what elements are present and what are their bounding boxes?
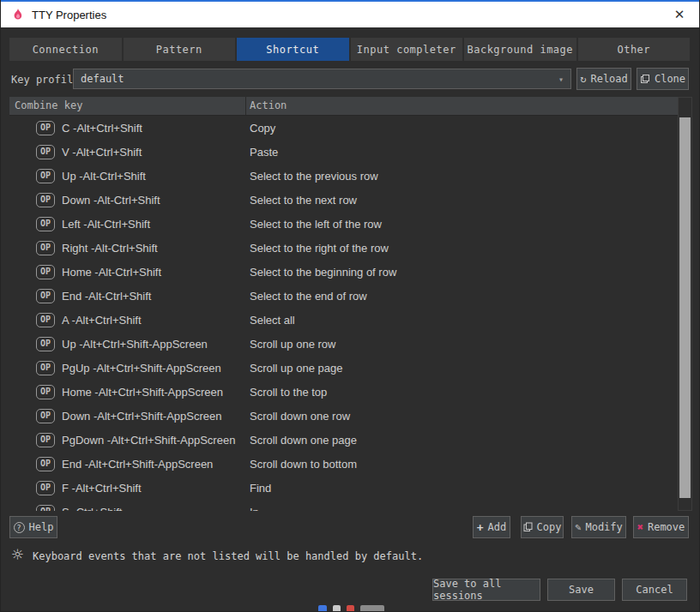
table-row[interactable]: OPEnd -Alt+Ctrl+Shift-AppScreen Scroll d… <box>9 452 678 476</box>
plus-icon: + <box>477 521 484 534</box>
action-text: Select all <box>245 314 678 327</box>
op-badge: OP <box>36 361 55 375</box>
modify-label: Modify <box>585 521 622 533</box>
combine-key-text: End -Alt+Ctrl+Shift-AppScreen <box>62 458 213 471</box>
op-badge: OP <box>36 241 55 255</box>
table-body: OPC -Alt+Ctrl+Shift Copy OPV -Alt+Ctrl+S… <box>9 116 678 511</box>
reload-icon: ↻ <box>580 74 586 84</box>
vertical-scrollbar[interactable] <box>678 97 692 511</box>
combine-key-text: PgDown -Alt+Ctrl+Shift-AppScreen <box>62 434 235 447</box>
op-badge: OP <box>36 505 55 512</box>
action-text: Select to the next row <box>245 194 678 207</box>
remove-button[interactable]: ✖ Remove <box>633 516 689 538</box>
save-button[interactable]: Save <box>547 579 615 601</box>
combine-key-text: Left -Alt-Ctrl+Shift <box>62 218 150 231</box>
combine-key-text: Home -Alt+Ctrl+Shift-AppScreen <box>62 386 223 399</box>
table-row[interactable]: OPHome -Alt-Ctrl+Shift Select to the beg… <box>9 260 678 284</box>
help-button[interactable]: ? Help <box>9 516 57 538</box>
combine-key-cell: OPRight -Alt-Ctrl+Shift <box>9 241 245 255</box>
action-text: Scroll down to bottom <box>245 458 678 471</box>
table-row[interactable]: OPF -Alt+Ctrl+Shift Find <box>9 476 678 500</box>
flame-icon <box>11 8 25 21</box>
op-badge: OP <box>36 481 55 495</box>
tab-other[interactable]: Other <box>578 38 691 61</box>
combine-key-text: Up -Alt-Ctrl+Shift <box>62 170 146 183</box>
table-row[interactable]: OPA -Alt+Ctrl+Shift Select all <box>9 308 678 332</box>
add-label: Add <box>488 521 507 533</box>
combine-key-cell: OPDown -Alt-Ctrl+Shift <box>9 193 245 207</box>
clone-button[interactable]: Clone <box>637 68 689 90</box>
help-icon: ? <box>14 522 25 533</box>
help-label: Help <box>29 521 54 533</box>
op-badge: OP <box>36 265 55 279</box>
bulb-icon: ☼ <box>11 546 24 563</box>
tab-input-completer[interactable]: Input completer <box>351 38 463 61</box>
save-label: Save <box>569 584 594 596</box>
modify-button[interactable]: ✎ Modify <box>571 516 626 538</box>
combine-key-text: End -Alt-Ctrl+Shift <box>62 290 151 303</box>
clipped-blue-icon <box>318 605 327 611</box>
combine-key-cell: OPPgDown -Alt+Ctrl+Shift-AppScreen <box>9 433 245 447</box>
window-title: TTY Properties <box>32 9 106 21</box>
action-text: Select to the end of row <box>245 290 678 303</box>
action-text: Select to the beginning of row <box>245 266 678 279</box>
table-row[interactable]: OPDown -Alt+Ctrl+Shift-AppScreen Scroll … <box>9 404 678 428</box>
tab-shortcut[interactable]: Shortcut <box>237 38 349 61</box>
op-badge: OP <box>36 169 55 183</box>
tab-pattern[interactable]: Pattern <box>124 38 236 61</box>
combine-key-cell: OPHome -Alt+Ctrl+Shift-AppScreen <box>9 385 245 399</box>
op-badge: OP <box>36 289 55 303</box>
combine-key-text: PgUp -Alt+Ctrl+Shift-AppScreen <box>62 362 221 375</box>
table-row[interactable]: OPEnd -Alt-Ctrl+Shift Select to the end … <box>9 284 678 308</box>
table-row[interactable]: OPRight -Alt-Ctrl+Shift Select to the ri… <box>9 236 678 260</box>
clone-icon <box>640 74 650 84</box>
table-row[interactable]: OPUp -Alt-Ctrl+Shift Select to the previ… <box>9 164 678 188</box>
combine-key-cell: OPF -Alt+Ctrl+Shift <box>9 481 245 495</box>
action-text: Scroll down one row <box>245 410 678 423</box>
table-row[interactable]: OPUp -Alt+Ctrl+Shift-AppScreen Scroll up… <box>9 332 678 356</box>
copy-button[interactable]: Copy <box>521 516 564 538</box>
table-row[interactable]: OPLeft -Alt-Ctrl+Shift Select to the lef… <box>9 212 678 236</box>
table-row[interactable]: OPPgDown -Alt+Ctrl+Shift-AppScreen Scrol… <box>9 428 678 452</box>
table-row[interactable]: OPC -Alt+Ctrl+Shift Copy <box>9 116 678 140</box>
table-row[interactable]: OPDown -Alt-Ctrl+Shift Select to the nex… <box>9 188 678 212</box>
close-button[interactable]: ✕ <box>670 5 689 24</box>
action-text: Copy <box>245 122 678 135</box>
op-badge: OP <box>36 313 55 327</box>
action-text: Select to the right of the row <box>245 242 678 255</box>
copy-label: Copy <box>537 521 562 533</box>
combine-key-cell: OPA -Alt+Ctrl+Shift <box>9 313 245 327</box>
table-row[interactable]: OPHome -Alt+Ctrl+Shift-AppScreen Scroll … <box>9 380 678 404</box>
action-text: Scroll up one row <box>245 338 678 351</box>
combine-key-text: Down -Alt-Ctrl+Shift <box>62 194 160 207</box>
op-badge: OP <box>36 217 55 231</box>
save-to-all-sessions-button[interactable]: Save to all sessions <box>432 579 540 601</box>
combine-key-text: C -Alt+Ctrl+Shift <box>62 122 142 135</box>
key-profile-label: Key profile <box>11 74 79 86</box>
combine-key-text: Up -Alt+Ctrl+Shift-AppScreen <box>62 338 208 351</box>
cancel-button[interactable]: Cancel <box>622 579 687 601</box>
key-profile-select[interactable]: default ▾ <box>73 69 571 89</box>
action-text: In.. <box>245 506 678 512</box>
op-badge: OP <box>36 409 55 423</box>
reload-button[interactable]: ↻ Reload <box>576 68 631 90</box>
table-row[interactable]: OPPgUp -Alt+Ctrl+Shift-AppScreen Scroll … <box>9 356 678 380</box>
clipped-gray-text <box>360 605 384 611</box>
op-badge: OP <box>36 193 55 207</box>
action-text: Scroll to the top <box>245 386 678 399</box>
combine-key-cell: OPEnd -Alt+Ctrl+Shift-AppScreen <box>9 457 245 471</box>
combine-key-cell: OPV -Alt+Ctrl+Shift <box>9 145 245 159</box>
reload-label: Reload <box>590 73 627 85</box>
scrollbar-thumb[interactable] <box>679 117 691 498</box>
combine-key-text: F -Alt+Ctrl+Shift <box>62 482 141 495</box>
table-row-clipped[interactable]: OPS -Ctrl+Shift In.. <box>9 500 678 511</box>
tab-background-image[interactable]: Background image <box>464 38 576 61</box>
clipped-light-icon <box>333 605 341 611</box>
action-text: Find <box>245 482 678 495</box>
combine-key-cell: OPLeft -Alt-Ctrl+Shift <box>9 217 245 231</box>
table-header: Combine key Action <box>9 97 678 116</box>
tab-connection[interactable]: Connection <box>9 38 122 61</box>
remove-icon: ✖ <box>637 521 643 533</box>
table-row[interactable]: OPV -Alt+Ctrl+Shift Paste <box>9 140 678 164</box>
add-button[interactable]: + Add <box>473 516 510 538</box>
